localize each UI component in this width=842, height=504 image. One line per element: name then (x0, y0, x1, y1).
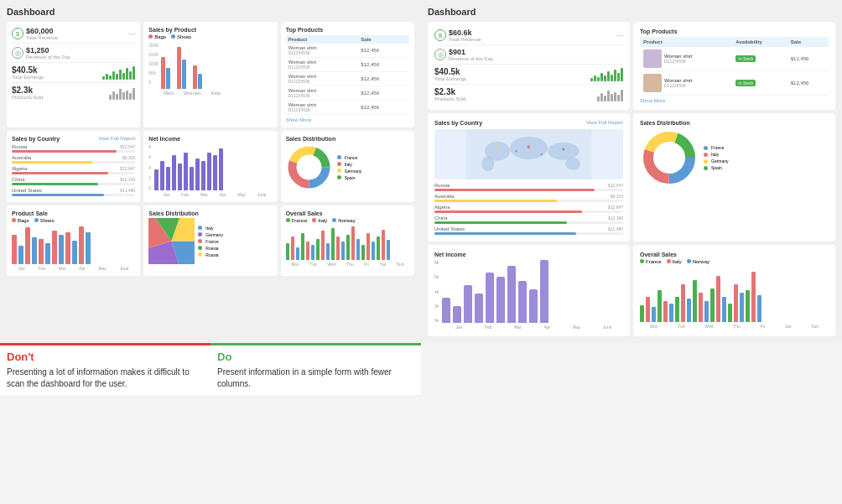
country-bar-fill (12, 194, 104, 196)
right-donut-legend: France Italy Germany Spain (704, 145, 729, 170)
country-bar-bg (434, 189, 623, 191)
left-top-products: Top Products Product Sale Woman shirtD11… (281, 22, 414, 127)
pie-legend: Italy Germany France Russia Russia (198, 226, 223, 257)
sales-dist-title: Sales Distribution (286, 136, 409, 142)
sales-dist-bottom-title: Sales Distribution (148, 210, 272, 216)
bottom-section: Don't Presenting a lot of information ma… (0, 343, 842, 395)
right-donut-container: France Italy Germany Spain (640, 128, 829, 187)
donut-svg (286, 144, 332, 190)
revenue-label: Total Revenue (26, 35, 58, 40)
country-bar-bg (12, 194, 135, 196)
right-dashboard-title: Dashboard (428, 7, 835, 17)
right-net-income: Net Income 8k6k4k2k0k (428, 245, 630, 336)
right-overall-bars (640, 268, 829, 322)
show-more-link[interactable]: Show More (286, 117, 409, 122)
right-revenue-label: Total Revenue (449, 37, 481, 42)
right-overall-sales: Overall Sales France Italy Norway (633, 245, 835, 336)
right-dots-icon: ··· (616, 31, 623, 40)
left-product-sale: Product Sale Bags Shoes (7, 205, 140, 276)
in-stock-badge: In Stock (735, 55, 756, 62)
view-full-report[interactable]: View Full Report (98, 136, 135, 142)
pie-container: Italy Germany France Russia Russia (148, 218, 272, 264)
legend-shoes: Shoes (177, 34, 191, 39)
legend-bags: Bags (154, 34, 166, 39)
country-row: United States $11,480 (434, 226, 623, 235)
country-row: Algeria $12,847 (434, 205, 623, 213)
svg-point-17 (496, 147, 499, 149)
product-sale-legend: Bags Shoes (12, 218, 135, 223)
svg-point-18 (562, 148, 564, 151)
table-row: Woman shirtD11234536$12,456 (286, 86, 409, 101)
right-top-products: Top Products Product Availability Sale (633, 22, 835, 110)
dots-icon: ··· (128, 29, 135, 39)
left-sales-distribution: Sales Distribution France Italy Germany … (281, 131, 414, 202)
right-top-products-table: Product Availability Sale Woman sh (640, 37, 829, 96)
sales-by-country-title: Sales by Country (12, 136, 60, 142)
earnings-label: Total Earnings (12, 75, 44, 80)
bar-group-men (161, 57, 170, 89)
right-sales-dist-title: Sales Distribution (640, 120, 829, 126)
sales-by-product-title: Sales by Product (148, 27, 272, 33)
world-map (434, 129, 623, 179)
right-earnings-label: Total Earnings (434, 76, 466, 81)
country-row: Algeria $12,847 (12, 166, 135, 174)
bar-group-women (177, 47, 186, 89)
right-show-more[interactable]: Show More (640, 98, 829, 103)
left-stat-card: $ $60,000 Total Revenue ··· ◎ $1,250 Rev… (7, 22, 140, 127)
map-svg (434, 129, 623, 179)
net-income-title: Net Income (148, 136, 272, 142)
country-bar-bg (434, 232, 623, 235)
country-row: Australia $9,324 (434, 194, 623, 202)
table-row: Woman shirtD11234536$12,456 (286, 101, 409, 115)
do-description: Present information in a simple form wit… (217, 366, 414, 390)
label-women: Women (184, 91, 201, 96)
left-net-income: Net Income 86420 (143, 131, 277, 202)
right-sbc-title: Sales by Country (434, 120, 482, 126)
right-view-report[interactable]: View Full Report (586, 120, 623, 126)
country-bar-bg (12, 150, 135, 153)
y-axis: 2000 1500 1000 500 0 (148, 43, 158, 85)
right-top-products-title: Top Products (640, 29, 829, 34)
svg-point-19 (540, 153, 542, 155)
right-net-income-title: Net Income (434, 252, 623, 257)
legend-france: France (345, 155, 358, 160)
product-sale-chart (12, 226, 135, 264)
revenue-amount: $60,000 (26, 27, 58, 35)
table-row: Woman shirtD11234536$12,456 (286, 72, 409, 86)
country-row: Russia $12,547 (434, 183, 623, 191)
right-revenue-icon: $ (434, 29, 446, 41)
svg-point-4 (298, 157, 320, 179)
country-bar-bg (12, 161, 135, 164)
table-row: Woman shirt D11234536 In Stock $12,456 (640, 47, 829, 71)
svg-point-15 (565, 158, 580, 170)
right-sales-by-country: Sales by Country View Full Report (428, 113, 630, 242)
daily-amount: $1,250 (26, 46, 70, 55)
country-bar-fill (434, 189, 595, 191)
right-daily-amount: $901 (449, 48, 493, 56)
earnings-amount: $40.5k (12, 65, 44, 75)
country-bar-bg (434, 221, 623, 224)
overall-legend: France Italy Norway (286, 218, 409, 223)
left-sales-by-product: Sales by Product Bags Shoes 2000 1500 10… (143, 22, 277, 127)
left-dashboard-title: Dashboard (7, 7, 414, 17)
dont-label: Don't (7, 351, 204, 363)
daily-icon: ◎ (12, 47, 23, 59)
left-sales-distribution-pie: Sales Distribution Italy Germany France … (143, 205, 277, 276)
country-bar-fill (12, 161, 92, 164)
right-stat-card: $ $60.6k Total Revenue ··· ◎ $901 Revenu… (428, 22, 630, 110)
right-sales-distribution: Sales Distribution France Italy Germany … (633, 113, 835, 242)
svg-point-16 (528, 145, 531, 148)
table-row: Woman shirtD11234536$12,456 (286, 58, 409, 72)
dont-section: Don't Presenting a lot of information ma… (0, 343, 210, 395)
products-sparkline (109, 86, 135, 100)
left-overall-sales: Overall Sales France Italy Norway (281, 205, 414, 276)
right-daily-label: Revenue of the Day (449, 56, 493, 61)
right-country-list: Russia $12,547 Australia $9,324 Algeria … (434, 183, 623, 235)
products-amount: $2.3k (12, 86, 43, 95)
country-row: United States $11,480 (12, 188, 135, 196)
overall-sales-title: Overall Sales (286, 210, 409, 216)
right-col-sale: Sale (787, 37, 829, 47)
country-bar-fill (12, 150, 117, 153)
right-products-amount: $2.3k (434, 87, 465, 96)
country-bar-fill (434, 221, 567, 224)
